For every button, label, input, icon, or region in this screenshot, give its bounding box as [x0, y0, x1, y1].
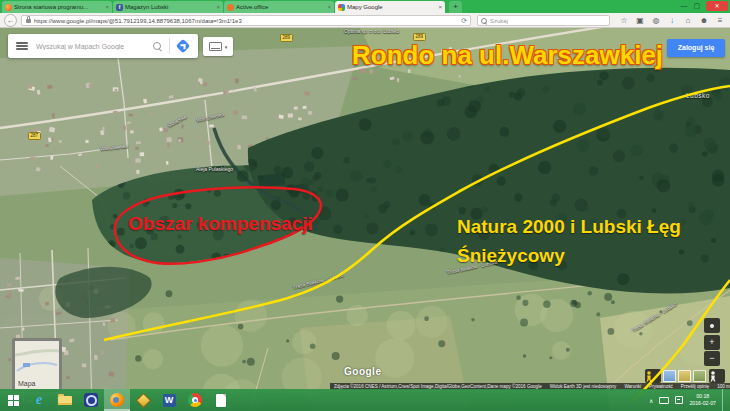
tray-expand-icon[interactable]: ∧ [649, 397, 653, 404]
chrome-icon [188, 393, 202, 407]
network-icon[interactable] [659, 397, 669, 404]
url-text[interactable]: https://www.google.pl/maps/@51.7912199,1… [34, 18, 461, 24]
tab-active-office[interactable]: Active.office × [224, 1, 334, 13]
start-button[interactable] [0, 389, 26, 411]
zoom-in-button[interactable]: + [704, 335, 720, 350]
pegman-icon[interactable] [645, 369, 661, 383]
imagery-thumbnail-3[interactable] [693, 370, 706, 382]
map-mode-inset[interactable]: Mapa [12, 338, 62, 392]
new-tab-button[interactable]: + [449, 1, 462, 13]
inset-label: Mapa [18, 380, 36, 387]
divider [169, 38, 170, 54]
pocket-icon[interactable]: ◍ [648, 13, 664, 28]
windows-logo-icon [8, 395, 19, 406]
url-bar[interactable]: https://www.google.pl/maps/@51.7912199,1… [21, 15, 471, 26]
imagery-thumbnail-1[interactable] [663, 370, 676, 382]
media-app-icon [84, 393, 98, 407]
road-badge-287: 287 [28, 132, 41, 140]
facebook-icon: f [116, 4, 123, 11]
browser-tab-strip: Strona startowa programu... × f Magazyn … [0, 0, 730, 13]
search-icon[interactable] [153, 42, 161, 50]
menu-hamburger-icon[interactable] [16, 42, 28, 50]
taskbar-clock[interactable]: 00:18 2016-02-07 [689, 393, 716, 407]
satellite-imagery [0, 28, 730, 411]
chevron-down-icon: ▾ [225, 44, 228, 50]
lock-icon [26, 19, 31, 23]
browser-search-input[interactable] [490, 18, 606, 24]
taskbar-firefox-active[interactable] [104, 389, 130, 411]
taskbar-file-explorer[interactable] [52, 389, 78, 411]
tab-start-page[interactable]: Strona startowa programu... × [2, 1, 112, 13]
search-icon [481, 18, 487, 24]
bookmark-star-icon[interactable]: ☆ [616, 13, 632, 28]
minimize-button[interactable]: — [680, 1, 687, 11]
desktop-screen: Optima sp. z o.o. Lubsko Lubsko Warszaws… [0, 0, 730, 411]
google-maps-icon [338, 4, 345, 11]
google-watermark: Google [344, 366, 381, 377]
show-desktop-button[interactable] [722, 389, 726, 411]
clock-time: 00:18 [689, 393, 716, 400]
hello-icon[interactable]: ☻ [696, 13, 712, 28]
action-center-icon[interactable] [675, 396, 683, 404]
taskbar-notepad[interactable] [208, 389, 234, 411]
map-label-optima: Optima sp. z o.o. Lubsko [344, 28, 399, 34]
streetview-coverage-button[interactable] [709, 369, 725, 383]
windows-taskbar: e W ∧ 00:18 2016-02-07 [0, 389, 730, 411]
imagery-thumbnail-2[interactable] [678, 370, 691, 382]
downloads-icon[interactable]: ↓ [664, 13, 680, 28]
browser-toolbar: ← https://www.google.pl/maps/@51.7912199… [0, 13, 730, 28]
taskbar-graphics-app[interactable] [130, 389, 156, 411]
tab-title: Strona startowa programu... [14, 4, 103, 10]
folder-icon [58, 396, 72, 405]
home-icon[interactable]: ⌂ [680, 13, 696, 28]
road-badge-289-a: 289 [280, 34, 293, 42]
back-button[interactable]: ← [4, 14, 17, 27]
keyboard-icon [209, 42, 222, 51]
tab-mapy-google[interactable]: Mapy Google × [335, 1, 445, 13]
zoom-out-button[interactable]: − [704, 351, 720, 366]
close-tab-icon[interactable]: × [438, 4, 442, 10]
menu-icon[interactable]: ≡ [712, 13, 728, 28]
internet-explorer-icon: e [36, 393, 42, 407]
taskbar-word[interactable]: W [156, 389, 182, 411]
street-label-pulaskiego: Aleja Pułaskiego [196, 166, 233, 172]
maximize-button[interactable]: ▢ [693, 1, 700, 11]
close-tab-icon[interactable]: × [105, 4, 109, 10]
map-label-lubsko: Lubsko [686, 92, 710, 99]
close-tab-icon[interactable]: × [327, 4, 331, 10]
maps-search-input[interactable] [34, 42, 153, 51]
office-tab-icon [227, 4, 234, 11]
graphics-app-icon [135, 392, 151, 408]
taskbar-chrome[interactable] [182, 389, 208, 411]
tab-title: Magazyn Lubski [125, 4, 214, 10]
tab-magazyn-lubski[interactable]: f Magazyn Lubski × [113, 1, 223, 13]
sign-in-button[interactable]: Zaloguj się [667, 39, 725, 57]
close-window-button[interactable]: ✕ [706, 1, 728, 11]
bookmarks-icon[interactable]: ▣ [632, 13, 648, 28]
tab-title: Active.office [236, 4, 325, 10]
maps-search-box[interactable] [8, 34, 198, 58]
system-tray: ∧ 00:18 2016-02-07 [649, 389, 730, 411]
close-tab-icon[interactable]: × [216, 4, 220, 10]
start-page-tab-icon [5, 4, 12, 11]
browser-search-field[interactable] [477, 15, 610, 26]
map-canvas[interactable]: Optima sp. z o.o. Lubsko Lubsko Warszaws… [0, 28, 730, 411]
clock-date: 2016-02-07 [689, 400, 716, 407]
my-location-button[interactable] [704, 318, 720, 333]
road-badge-289-b: 289 [413, 33, 426, 41]
taskbar-media-app[interactable] [78, 389, 104, 411]
document-icon [216, 394, 226, 407]
reload-icon[interactable]: ⟳ [461, 17, 467, 25]
firefox-icon [110, 393, 124, 407]
directions-icon[interactable] [176, 39, 190, 53]
word-icon: W [163, 394, 176, 407]
input-tools-button[interactable]: ▾ [203, 37, 233, 56]
tab-title: Mapy Google [347, 4, 436, 10]
taskbar-internet-explorer[interactable]: e [26, 389, 52, 411]
